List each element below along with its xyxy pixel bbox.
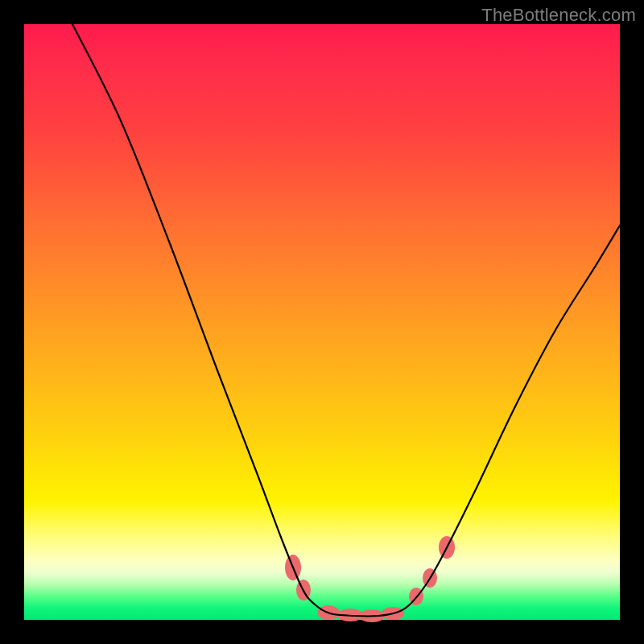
watermark-text: TheBottleneck.com (481, 5, 636, 26)
chart-frame: TheBottleneck.com (0, 0, 644, 644)
bottleneck-curve (72, 24, 620, 617)
plot-area (24, 24, 620, 620)
curve-layer (24, 24, 620, 620)
